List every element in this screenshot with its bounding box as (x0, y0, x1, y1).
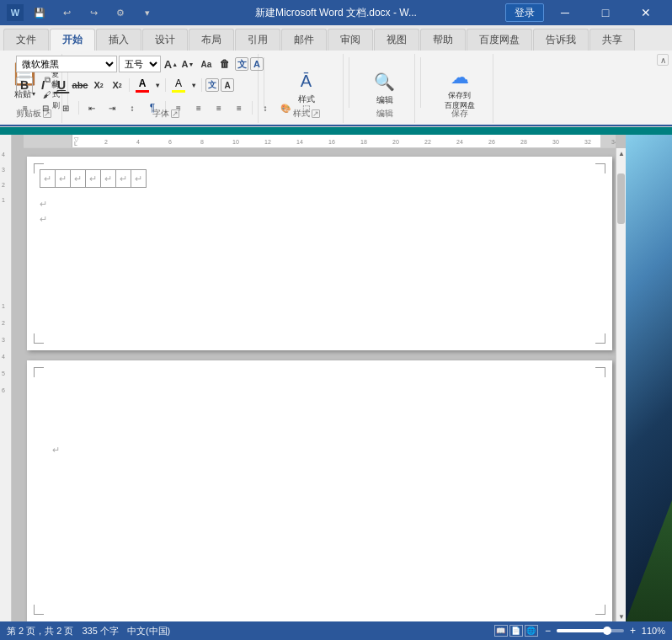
zoom-fill (557, 629, 607, 632)
font-size-shrink-btn[interactable]: A▼ (179, 56, 196, 72)
group-save-baidu: ☁ 保存到 百度网盘 保存 (426, 54, 493, 123)
vertical-scrollbar[interactable]: ▲ ▼ (616, 148, 626, 621)
cell-return-5: ↵ (101, 172, 115, 185)
tab-tellme[interactable]: 告诉我 (533, 29, 589, 51)
justify-btn[interactable]: ≡ (230, 99, 248, 116)
editing-label: 编辑 (376, 94, 393, 106)
desktop-background (626, 135, 672, 621)
align-center-btn[interactable]: ≡ (189, 99, 208, 116)
list-number-btn[interactable]: ⊟ (36, 99, 55, 116)
autosave-btn[interactable]: ⚙ (109, 3, 131, 22)
case-btn[interactable]: Aa (198, 56, 215, 72)
tab-home[interactable]: 开始 (50, 29, 95, 51)
mountain-graphic (626, 470, 672, 621)
group-font: 微软雅黑 五号 A▲ A▼ Aa 🗑 文 A B (73, 54, 259, 123)
scroll-thumb[interactable] (617, 173, 625, 224)
tab-help[interactable]: 帮助 (420, 29, 466, 51)
font-more-btn-1[interactable]: 文 (205, 78, 219, 92)
font-name-select[interactable]: 微软雅黑 (16, 56, 117, 72)
font-expand-btn[interactable]: ↗ (171, 109, 179, 118)
bold-btn[interactable]: B (16, 77, 33, 93)
styles-group-label: 样式 ↗ (293, 108, 320, 120)
clear-format-btn[interactable]: 🗑 (216, 56, 233, 72)
sort-btn[interactable]: ↕ (123, 99, 141, 116)
zoom-out-btn[interactable]: − (545, 625, 551, 637)
font-color-btn[interactable]: A (133, 76, 152, 94)
print-view-btn[interactable]: 📄 (509, 625, 523, 637)
maximize-btn[interactable]: □ (586, 0, 625, 25)
doc-page-2[interactable]: ↵ (27, 360, 612, 621)
ribbon-collapse-btn[interactable]: ∧ (657, 54, 669, 66)
ruler-mark-4b: 4 (2, 354, 5, 360)
font-more-btn-2[interactable]: A (221, 78, 234, 92)
editing-button[interactable]: 🔍 编辑 (365, 65, 404, 112)
zoom-controls: − + 110% (545, 625, 665, 637)
tab-design[interactable]: 设计 (142, 29, 188, 51)
tab-review[interactable]: 审阅 (328, 29, 373, 51)
highlight-btn[interactable]: A (169, 76, 188, 94)
ruler-white-area: ▽ L 2 4 6 8 10 12 14 16 18 20 22 24 26 2… (72, 135, 600, 147)
zoom-slider[interactable] (557, 629, 624, 632)
font-size-select[interactable]: 五号 (119, 56, 161, 72)
cell-return-4: ↵ (86, 172, 100, 185)
cell-return-6: ↵ (116, 172, 131, 185)
doc-container[interactable]: ↵ ↵ ↵ ↵ ↵ ↵ ↵ ↵ ↵ (24, 148, 616, 621)
tab-references[interactable]: 引用 (235, 29, 280, 51)
corner-bl-1 (34, 333, 44, 344)
font-color-bar (136, 90, 149, 93)
undo-btn[interactable]: ↩ (56, 3, 77, 22)
styles-button[interactable]: Ā 样式 (287, 65, 326, 112)
tab-insert[interactable]: 插入 (96, 29, 141, 51)
scroll-up-btn[interactable]: ▲ (616, 148, 627, 158)
align-right-btn[interactable]: ≡ (210, 99, 228, 116)
web-view-btn[interactable]: 🌐 (525, 625, 538, 637)
font-color-icon: A (139, 77, 147, 89)
zoom-thumb[interactable] (603, 627, 611, 635)
highlight-bar (172, 90, 185, 93)
div4 (78, 101, 79, 115)
styles-expand-btn[interactable]: ↗ (312, 109, 320, 118)
size-btns: A▲ A▼ (163, 56, 196, 72)
tab-mailing[interactable]: 邮件 (281, 29, 327, 51)
strikethrough-btn[interactable]: abc (72, 77, 88, 93)
underline-btn[interactable]: U (53, 77, 70, 93)
scroll-down-btn[interactable]: ▼ (616, 611, 627, 621)
cell-return-2: ↵ (56, 172, 70, 185)
ruler-mark-2: 2 (2, 182, 5, 188)
ruler-mark-1: 1 (2, 197, 5, 203)
increase-indent-btn[interactable]: ⇥ (103, 99, 121, 116)
main-area: 4 3 2 1 1 2 3 4 5 6 ▽ L 2 4 6 (0, 135, 672, 621)
minimize-btn[interactable]: ─ (546, 0, 584, 25)
zoom-in-btn[interactable]: + (630, 625, 636, 637)
doc-table: ↵ ↵ ↵ ↵ ↵ ↵ ↵ (40, 169, 147, 188)
ruler-mark-1b: 1 (2, 303, 5, 309)
corner-br-1 (595, 333, 605, 344)
group-styles: Ā 样式 样式 ↗ (269, 54, 344, 123)
tab-file[interactable]: 文件 (3, 29, 49, 51)
close-btn[interactable]: ✕ (627, 0, 665, 25)
login-button[interactable]: 登录 (505, 3, 544, 22)
read-mode-btn[interactable]: 📖 (494, 625, 508, 637)
div6 (252, 101, 253, 115)
superscript-btn[interactable]: X2 (109, 77, 125, 93)
tab-layout[interactable]: 布局 (189, 29, 234, 51)
wen-icon[interactable]: 文 (235, 57, 248, 71)
save-baidu-button[interactable]: ☁ 保存到 百度网盘 (440, 65, 479, 112)
font-extra-btn[interactable]: A (250, 57, 264, 71)
tab-share[interactable]: 共享 (589, 29, 635, 51)
tab-view[interactable]: 视图 (374, 29, 419, 51)
save-quick-btn[interactable]: 💾 (29, 3, 51, 22)
redo-btn[interactable]: ↪ (83, 3, 104, 22)
multilevel-btn[interactable]: ⊞ (56, 99, 75, 116)
list-bullet-btn[interactable]: ≡ (16, 99, 35, 116)
tab-baidu[interactable]: 百度网盘 (467, 29, 532, 51)
highlight-dropdown-btn[interactable]: ▾ (189, 77, 198, 93)
font-size-grow-btn[interactable]: A▲ (163, 56, 179, 72)
more-quick-btn[interactable]: ▾ (136, 3, 158, 22)
font-color-dropdown-btn[interactable]: ▾ (153, 77, 162, 93)
divider-save (420, 57, 421, 108)
italic-btn[interactable]: I (35, 77, 51, 93)
subscript-btn[interactable]: X2 (90, 77, 107, 93)
doc-page-1[interactable]: ↵ ↵ ↵ ↵ ↵ ↵ ↵ ↵ ↵ (27, 157, 612, 350)
decrease-indent-btn[interactable]: ⇤ (83, 99, 101, 116)
